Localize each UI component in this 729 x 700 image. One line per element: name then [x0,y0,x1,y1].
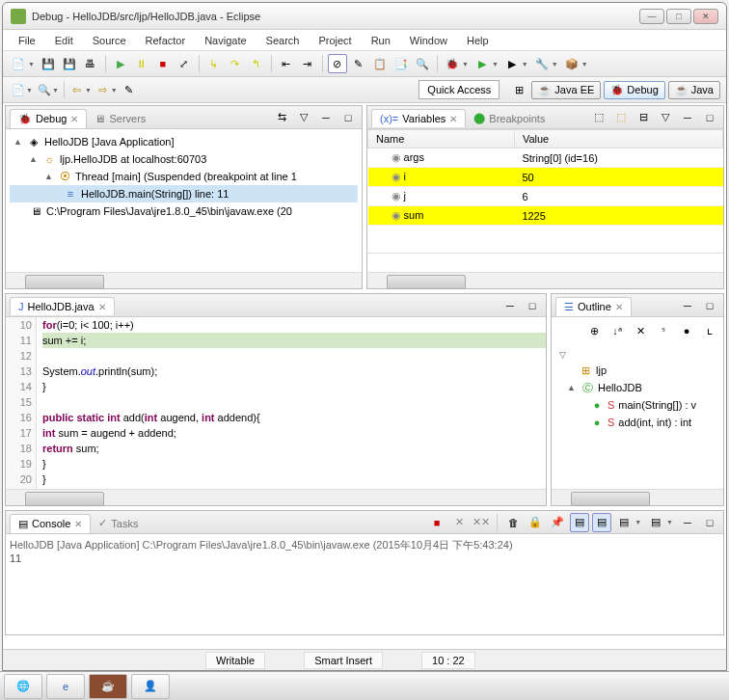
perspective-java[interactable]: ☕Java [668,81,720,99]
menu-icon[interactable]: ▽ [294,108,313,127]
display-selected-icon[interactable]: ▤ [570,513,589,532]
new-type-icon[interactable]: 📄 [9,80,28,99]
col-name[interactable]: Name [368,130,515,148]
tab-debug[interactable]: 🐞Debug✕ [10,109,87,128]
clear-icon[interactable]: 🗑 [503,513,523,532]
step-over-icon[interactable]: ↷ [226,54,245,73]
save-icon[interactable]: 💾 [39,54,58,73]
tree-root[interactable]: HelloJDB [Java Application] [44,136,175,148]
outline-class[interactable]: HelloJDB [598,382,642,393]
maximize-view-icon[interactable]: □ [700,513,719,532]
menu-window[interactable]: Window [402,33,455,48]
menu-file[interactable]: File [11,33,43,48]
maximize-view-icon[interactable]: □ [523,296,542,315]
scrollbar[interactable] [6,489,546,505]
nav-forward-icon[interactable]: ⇨ [94,80,113,99]
tab-outline[interactable]: ☰Outline✕ [555,297,632,316]
minimize-view-icon[interactable]: ─ [316,108,336,127]
tool2-icon[interactable]: 📋 [370,54,390,73]
code-line[interactable] [42,348,546,363]
tree-jvm[interactable]: C:\Program Files\Java\jre1.8.0_45\bin\ja… [46,205,292,217]
chrome-icon[interactable]: 🌐 [4,674,42,699]
open-perspective-icon[interactable]: ⊞ [509,80,528,99]
nav-back-icon[interactable]: ⇦ [68,80,87,99]
scrollbar[interactable] [367,272,723,288]
tab-editor-file[interactable]: JHelloJDB.java✕ [10,297,115,315]
menu-icon[interactable]: ▽ [656,108,675,127]
maximize-view-icon[interactable]: □ [700,108,719,127]
code-editor[interactable]: 101112131415161718192021 for(i=0; i< 100… [6,317,546,489]
print-icon[interactable]: 🖶 [81,54,100,73]
col-value[interactable]: Value [514,130,722,148]
close-icon[interactable]: ✕ [615,302,623,312]
code-line[interactable]: } [42,471,546,487]
step-into-icon[interactable]: ↳ [204,54,224,73]
run-icon[interactable]: ▶ [472,54,492,73]
menu-source[interactable]: Source [85,33,134,48]
perspective-javaee[interactable]: ☕Java EE [531,81,601,99]
outline-method[interactable]: main(String[]) : v [618,399,696,411]
outline-method[interactable]: add(int, int) : int [618,417,691,428]
maximize-button[interactable]: □ [666,9,691,24]
menu-search[interactable]: Search [258,33,308,48]
perspective-debug[interactable]: 🐞Debug [604,81,664,99]
tab-variables[interactable]: (x)=Variables✕ [371,109,466,127]
close-icon[interactable]: ✕ [98,302,106,312]
maximize-view-icon[interactable]: □ [700,296,719,315]
collapse-icon[interactable]: ⊟ [634,108,653,127]
sort-icon[interactable]: ↓ᵃ [608,321,627,340]
menu-refactor[interactable]: Refactor [138,33,194,48]
tool-icon[interactable]: ✎ [349,54,368,73]
show-logical-icon[interactable]: ⬚ [611,108,631,127]
menu-icon[interactable]: ▤ [646,513,665,532]
scrollbar[interactable] [6,272,362,288]
tool4-icon[interactable]: 🔍 [413,54,432,73]
new-icon[interactable]: 📄 [9,54,28,73]
terminate-icon[interactable]: ■ [153,54,173,73]
code-line[interactable]: int sum = augend + addend; [42,425,546,441]
tab-console[interactable]: ▤Console✕ [10,514,91,533]
variable-row[interactable]: ◉ i50 [368,168,723,187]
maximize-view-icon[interactable]: □ [338,108,358,127]
resume-icon[interactable]: ▶ [111,54,130,73]
save-all-icon[interactable]: 💾 [60,54,79,73]
show-type-icon[interactable]: ⬚ [589,108,608,127]
last-edit-icon[interactable]: ✎ [120,80,139,99]
minimize-button[interactable]: — [639,9,664,24]
tree-thread[interactable]: Thread [main] (Suspended (breakpoint at … [75,171,297,182]
open-console-icon[interactable]: ▤ [592,513,611,532]
code-line[interactable] [42,394,546,410]
variable-row[interactable]: ◉ argsString[0] (id=16) [368,148,723,168]
external-tools-icon[interactable]: 🔧 [532,54,552,73]
code-line[interactable]: for(i=0; i< 100; i++) [42,317,546,333]
code-line[interactable]: } [42,456,546,471]
outline-tree[interactable]: ▽ ⊞ljp ▲ⒸHelloJDB ●Smain(String[]) : v ●… [552,344,723,489]
tab-tasks[interactable]: ✓Tasks [91,514,146,532]
code-line[interactable]: System.out.println(sum); [42,363,546,379]
minimize-view-icon[interactable]: ─ [678,513,697,532]
remove-all-icon[interactable]: ✕✕ [472,513,491,532]
pin-icon[interactable]: 📌 [548,513,567,532]
console-output[interactable]: HelloJDB [Java Application] C:\Program F… [6,534,723,634]
menu-project[interactable]: Project [310,33,359,48]
run-last-icon[interactable]: ▶ [502,54,522,73]
scrollbar[interactable] [552,489,723,505]
minimize-view-icon[interactable]: ─ [500,296,520,315]
close-icon[interactable]: ✕ [74,519,82,529]
tab-servers[interactable]: 🖥Servers [87,110,153,127]
eclipse-icon[interactable]: ☕ [89,674,127,699]
skip-breakpoints-icon[interactable]: ⊘ [328,54,347,73]
ie-icon[interactable]: e [46,674,85,699]
outline-pkg[interactable]: ljp [596,364,607,376]
menu-run[interactable]: Run [364,33,398,48]
menu-edit[interactable]: Edit [47,33,81,48]
tree-process[interactable]: ljp.HelloJDB at localhost:60703 [60,153,206,165]
debug-tree[interactable]: ▲◈HelloJDB [Java Application] ▲☼ljp.Hell… [6,129,362,272]
layout-icon[interactable]: ⇆ [272,108,291,127]
minimize-view-icon[interactable]: ─ [678,296,697,315]
menu-help[interactable]: Help [459,33,497,48]
tool3-icon[interactable]: 📑 [392,54,411,73]
code-line[interactable]: public static int add(int augend, int ad… [42,410,546,425]
close-button[interactable]: ✕ [693,9,718,24]
hide-fields-icon[interactable]: ✕ [631,321,650,340]
